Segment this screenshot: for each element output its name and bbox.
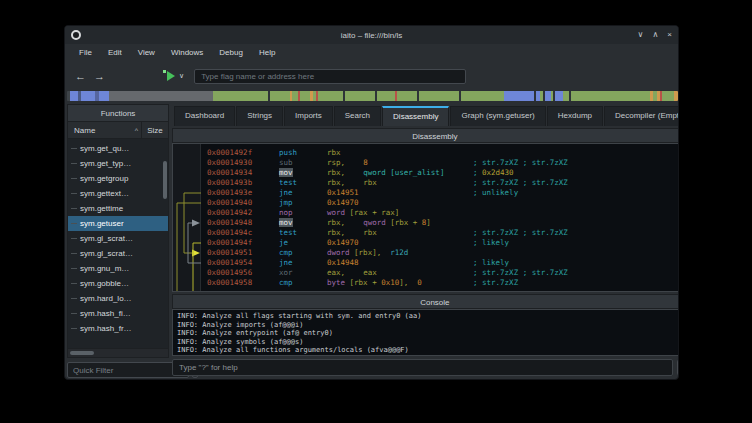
- operands: eax, eax: [327, 268, 377, 278]
- token: jne: [279, 258, 293, 267]
- menu-item[interactable]: Windows: [163, 44, 211, 62]
- scrollbar-thumb[interactable]: [70, 351, 94, 355]
- analysis-run-button[interactable]: ∨: [167, 71, 184, 81]
- forward-icon[interactable]: →: [94, 70, 105, 82]
- console-command-input[interactable]: [172, 359, 673, 376]
- memory-map-bar[interactable]: [65, 90, 678, 102]
- menu-item[interactable]: View: [130, 44, 163, 62]
- token: [345, 268, 363, 277]
- disassembly-line[interactable]: 0x00014942 nop word [rax + rax]: [201, 208, 679, 218]
- menu-item[interactable]: File: [71, 44, 100, 62]
- disassembly-line[interactable]: 0x00014930 sub rsp, 8 ; str.7zXZ ; str.7…: [201, 158, 679, 168]
- tree-branch-icon[interactable]: [71, 178, 77, 179]
- function-list-item[interactable]: sym.gnu_m…: [68, 261, 168, 276]
- tab[interactable]: Strings: [236, 106, 283, 126]
- console-submit-button[interactable]: →: [677, 359, 679, 376]
- tree-branch-icon[interactable]: [71, 148, 77, 149]
- disassembly-line[interactable]: 0x00014958 cmp byte [rbx + 0x10], 0 ; st…: [201, 278, 679, 288]
- function-list-item[interactable]: sym.hash_fr…: [68, 321, 168, 336]
- function-list-item[interactable]: sym.get_qu…: [68, 141, 168, 156]
- flag-search-input[interactable]: [194, 69, 466, 84]
- tree-branch-icon[interactable]: [71, 208, 77, 209]
- tree-branch-icon[interactable]: [71, 163, 77, 164]
- function-list-item[interactable]: sym.hard_lo…: [68, 291, 168, 306]
- quick-filter-input[interactable]: [67, 362, 189, 378]
- tab[interactable]: Imports: [284, 106, 333, 126]
- disassembly-panel: 0x0001492f push rbx 0x00014930 sub rsp, …: [172, 143, 679, 292]
- maximize-icon[interactable]: ∧: [652, 26, 658, 44]
- function-list-item[interactable]: sym.getgroup: [68, 171, 168, 186]
- comment: ; str.7zXZ ; str.7zXZ: [473, 178, 568, 188]
- tree-branch-icon[interactable]: [71, 298, 77, 299]
- token: rbx: [327, 148, 341, 157]
- function-name: sym.get_typ…: [80, 159, 131, 168]
- mnemonic: test: [279, 178, 297, 188]
- functions-vertical-scrollbar[interactable]: [163, 161, 167, 199]
- mnemonic: cmp: [279, 248, 293, 258]
- titlebar: iaito – file:///bin/ls ∨ ∧ ×: [65, 26, 678, 44]
- tab[interactable]: Decompiler (Empty): [604, 106, 679, 126]
- tree-branch-icon[interactable]: [71, 283, 77, 284]
- console-panel-title: Console: [172, 294, 679, 309]
- function-list-item[interactable]: sym.getuser: [68, 216, 168, 231]
- operands: 0x14951: [327, 188, 359, 198]
- close-icon[interactable]: ×: [667, 26, 672, 44]
- disassembly-line[interactable]: 0x0001494f je 0x14970 ; likely: [201, 238, 679, 248]
- right-column: DashboardStringsImportsSearchDisassembly…: [172, 104, 679, 379]
- memory-segment: [81, 91, 95, 101]
- functions-column-header[interactable]: Name ^ Size: [67, 122, 169, 139]
- play-badge: [163, 70, 166, 73]
- operands: 0x14948: [327, 258, 359, 268]
- function-list-item[interactable]: sym.gobble…: [68, 276, 168, 291]
- tab[interactable]: Graph (sym.getuser): [450, 106, 545, 126]
- functions-dock: Functions Name ^ Size sym.get_qu…: [67, 104, 169, 379]
- console-log-line: INFO: Analyze all functions arguments/lo…: [177, 346, 679, 355]
- disassembly-line[interactable]: 0x0001494c test rbx, rbx ; str.7zXZ ; st…: [201, 228, 679, 238]
- minimize-icon[interactable]: ∨: [638, 26, 644, 44]
- tree-branch-icon[interactable]: [71, 238, 77, 239]
- tab[interactable]: Search: [334, 106, 381, 126]
- menu-item[interactable]: Edit: [100, 44, 130, 62]
- function-list-item[interactable]: sym.gl_scrat…: [68, 246, 168, 261]
- function-list-item[interactable]: sym.gettext…: [68, 186, 168, 201]
- column-size[interactable]: Size: [142, 126, 168, 135]
- token: [345, 158, 363, 167]
- token: ; likely: [473, 238, 509, 247]
- tree-branch-icon[interactable]: [71, 268, 77, 269]
- disassembly-line[interactable]: 0x0001493e jne 0x14951 ; unlikely: [201, 188, 679, 198]
- tree-branch-icon[interactable]: [71, 313, 77, 314]
- token: je: [279, 238, 288, 247]
- toolbar: ← → ∨: [65, 62, 678, 90]
- disassembly-line[interactable]: 0x00014951 cmp dword [rbx], r12d: [201, 248, 679, 258]
- tab[interactable]: Hexdump: [547, 106, 603, 126]
- memory-segment: [300, 91, 310, 101]
- menu-item[interactable]: Help: [251, 44, 283, 62]
- disassembly-line[interactable]: 0x0001493b test rbx, rbx ; str.7zXZ ; st…: [201, 178, 679, 188]
- tab[interactable]: Disassembly: [382, 106, 449, 126]
- disassembly-line[interactable]: 0x00014948 mov rbx, qword [rbx + 8]: [201, 218, 679, 228]
- disassembly-line[interactable]: 0x00014954 jne 0x14948 ; likely: [201, 258, 679, 268]
- tree-branch-icon[interactable]: [71, 328, 77, 329]
- disassembly-line[interactable]: 0x00014940 jmp 0x14970: [201, 198, 679, 208]
- column-name[interactable]: Name: [68, 126, 135, 135]
- function-list-item[interactable]: sym.get_typ…: [68, 156, 168, 171]
- main-area: Functions Name ^ Size sym.get_qu…: [65, 102, 678, 379]
- disassembly-line[interactable]: 0x00014934 mov rbx, qword [user_alist] ;…: [201, 168, 679, 178]
- function-list-item[interactable]: sym.hash_fi…: [68, 306, 168, 321]
- disassembly-line[interactable]: 0x00014956 xor eax, eax ; str.7zXZ ; str…: [201, 268, 679, 278]
- function-list-item[interactable]: sym.gl_scrat…: [68, 231, 168, 246]
- token: 0x10: [381, 278, 399, 287]
- menu-item[interactable]: Debug: [211, 44, 251, 62]
- tab[interactable]: Dashboard: [174, 106, 235, 126]
- token: jne: [279, 188, 293, 197]
- tree-branch-icon[interactable]: [71, 193, 77, 194]
- operands: 0x14970: [327, 198, 359, 208]
- disassembly-line[interactable]: 0x0001492f push rbx: [201, 148, 679, 158]
- tree-branch-icon[interactable]: [71, 253, 77, 254]
- token: ; unlikely: [473, 188, 518, 197]
- functions-horizontal-scrollbar[interactable]: [67, 349, 169, 358]
- back-icon[interactable]: ←: [75, 70, 86, 82]
- tree-branch-icon[interactable]: [71, 223, 77, 224]
- token: xor: [279, 268, 293, 277]
- function-list-item[interactable]: sym.gettime: [68, 201, 168, 216]
